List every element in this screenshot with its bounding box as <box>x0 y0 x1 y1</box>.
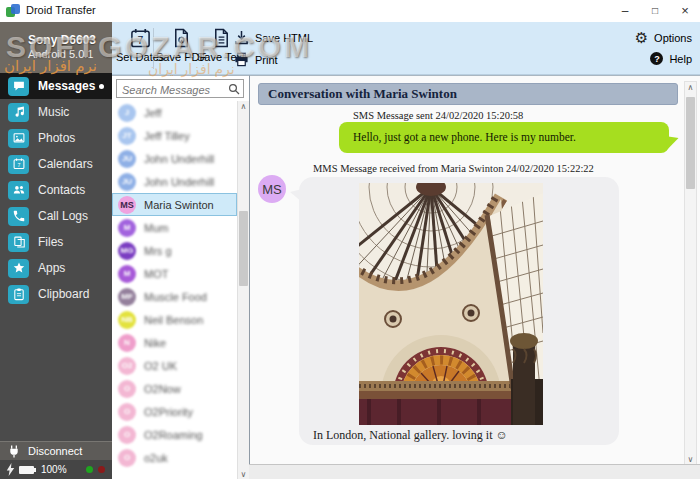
help-icon: ? <box>650 52 663 65</box>
contact-row-o2-uk[interactable]: O2O2 UK <box>112 354 237 377</box>
scroll-thumb[interactable] <box>239 211 248 286</box>
search-icon <box>228 83 240 95</box>
bubble-tail <box>665 134 680 150</box>
conversation-panel: Conversation with Maria Swinton SMS Mess… <box>249 75 700 479</box>
status-dot-red <box>98 466 105 473</box>
svg-text:7: 7 <box>137 34 143 46</box>
scroll-up-arrow[interactable]: ∧ <box>238 102 249 111</box>
save-html-button[interactable]: Save HTML <box>234 30 313 45</box>
conversation-header: Conversation with Maria Swinton <box>258 83 678 105</box>
contact-row-mot[interactable]: MMOT <box>112 262 237 285</box>
contact-row-o2now[interactable]: OO2Now <box>112 377 237 400</box>
contact-name: Nike <box>144 337 166 349</box>
app-icon <box>6 4 21 18</box>
battery-status: 100% <box>0 460 112 479</box>
help-button[interactable]: ? Help <box>650 52 692 65</box>
contact-row-o2priority[interactable]: OO2Priority <box>112 400 237 423</box>
calendar-icon: 7 <box>8 155 29 174</box>
contact-avatar: M <box>118 219 136 237</box>
contact-row-o2uk[interactable]: Oo2uk <box>112 446 237 469</box>
contact-name: MOT <box>144 268 168 280</box>
contact-name: Jeff Tilley <box>144 130 190 142</box>
contact-name: O2Priority <box>144 406 193 418</box>
text-document-icon <box>211 27 232 49</box>
search-input[interactable] <box>117 82 243 99</box>
bubble-tail <box>290 189 302 202</box>
contacts-scrollbar[interactable]: ∧ ∨ <box>237 101 249 479</box>
droid-transfer-window: Droid Transfer – □ × Sony D6603 Android … <box>0 0 700 479</box>
sidebar-item-label: Clipboard <box>38 287 89 301</box>
contact-name: o2uk <box>144 452 168 464</box>
sidebar-item-messages[interactable]: Messages <box>0 73 112 99</box>
sidebar-item-files[interactable]: Files <box>0 229 112 255</box>
pdf-document-icon <box>171 27 192 49</box>
contact-list: JJeffJTJeff TilleyJUJohn UnderhillJUJohn… <box>112 101 237 469</box>
conversation-scrollbar[interactable]: ∧ ∨ <box>684 81 697 466</box>
scroll-down-arrow[interactable]: ∨ <box>685 455 696 464</box>
contact-avatar: MG <box>118 242 136 260</box>
sidebar-menu: MessagesMusicPhotos7CalendarsContactsCal… <box>0 73 112 307</box>
search-box <box>116 79 244 98</box>
contact-avatar: O <box>118 426 136 444</box>
sidebar-item-label: Call Logs <box>38 209 88 223</box>
window-title: Droid Transfer <box>26 4 96 16</box>
disconnect-button[interactable]: Disconnect <box>0 441 112 460</box>
minimize-button[interactable]: – <box>610 0 640 22</box>
contact-row-jeff[interactable]: JJeff <box>112 101 237 124</box>
window-bottom-strip <box>249 464 700 479</box>
sidebar-item-apps[interactable]: Apps <box>0 255 112 281</box>
contact-row-mum[interactable]: MMum <box>112 216 237 239</box>
contact-row-maria-swinton[interactable]: MSMaria Swinton <box>112 193 237 216</box>
contact-name: Mum <box>144 222 168 234</box>
contact-avatar: JT <box>118 127 136 145</box>
contact-avatar: N <box>118 334 136 352</box>
sidebar-item-contacts[interactable]: Contacts <box>0 177 112 203</box>
contact-avatar: JU <box>118 150 136 168</box>
close-button[interactable]: × <box>670 0 700 22</box>
contact-row-neil-benson[interactable]: NBNeil Benson <box>112 308 237 331</box>
sidebar: Sony D6603 Android 5.0.1 MessagesMusicPh… <box>0 22 112 479</box>
contact-avatar: MF <box>118 288 136 306</box>
contact-row-john-underhill[interactable]: JUJohn Underhill <box>112 147 237 170</box>
scroll-down-arrow[interactable]: ∨ <box>238 470 249 479</box>
svg-text:7: 7 <box>17 162 20 168</box>
clipboard-icon <box>8 285 29 304</box>
contact-row-o2roaming[interactable]: OO2Roaming <box>112 423 237 446</box>
contact-name: Neil Benson <box>144 314 203 326</box>
sidebar-item-label: Contacts <box>38 183 85 197</box>
sms-sent-bubble: Hello, just got a new phone. Here is my … <box>339 122 669 153</box>
sidebar-item-music[interactable]: Music <box>0 99 112 125</box>
sms-text: Hello, just got a new phone. Here is my … <box>353 131 576 143</box>
sidebar-item-calendars[interactable]: 7Calendars <box>0 151 112 177</box>
contact-row-nike[interactable]: NNike <box>112 331 237 354</box>
contact-row-john-underhill[interactable]: JUJohn Underhill <box>112 170 237 193</box>
contacts-panel: JJeffJTJeff TilleyJUJohn UnderhillJUJohn… <box>112 75 249 479</box>
options-button[interactable]: ⚙ Options <box>635 30 692 45</box>
titlebar: Droid Transfer – □ × <box>0 0 700 23</box>
maximize-button[interactable]: □ <box>640 0 670 22</box>
selected-indicator-dot <box>99 84 104 89</box>
contact-avatar: O <box>118 380 136 398</box>
contact-name: Maria Swinton <box>144 199 214 211</box>
sidebar-item-label: Calendars <box>38 157 93 171</box>
mms-received-bubble: In London, National gallery. loving it ☺ <box>299 177 619 445</box>
scroll-thumb[interactable] <box>686 97 695 189</box>
sidebar-item-call-logs[interactable]: Call Logs <box>0 203 112 229</box>
print-button[interactable]: Print <box>234 52 278 67</box>
contact-name: John Underhill <box>144 153 214 165</box>
scroll-up-arrow[interactable]: ∧ <box>685 83 696 92</box>
contact-row-mrs-g[interactable]: MGMrs g <box>112 239 237 262</box>
sms-sent-meta: SMS Message sent 24/02/2020 15:20:58 <box>353 110 523 121</box>
contact-avatar: JU <box>118 173 136 191</box>
sidebar-item-photos[interactable]: Photos <box>0 125 112 151</box>
sidebar-item-clipboard[interactable]: Clipboard <box>0 281 112 307</box>
contact-avatar: NB <box>118 311 136 329</box>
contact-row-jeff-tilley[interactable]: JTJeff Tilley <box>112 124 237 147</box>
plug-icon <box>8 445 20 458</box>
contact-avatar: O <box>118 403 136 421</box>
files-icon <box>8 233 29 252</box>
status-dot-green <box>86 466 93 473</box>
contact-name: Mrs g <box>144 245 172 257</box>
contact-row-muscle-food[interactable]: MFMuscle Food <box>112 285 237 308</box>
contact-name: Muscle Food <box>144 291 207 303</box>
